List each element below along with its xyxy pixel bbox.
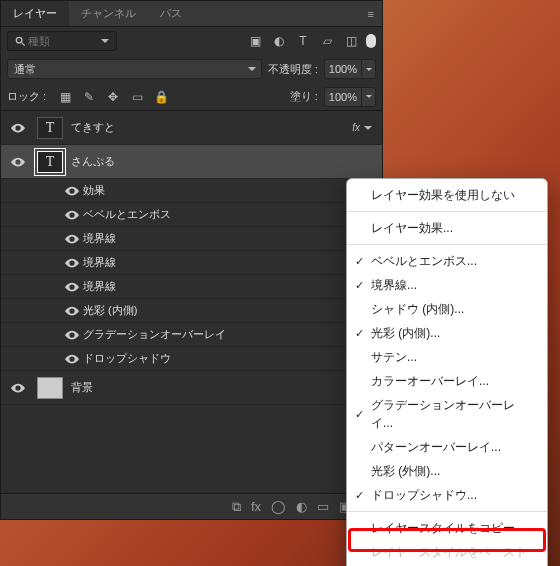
bg-layer-thumb (37, 377, 63, 399)
opacity-label: 不透明度 : (268, 62, 318, 77)
effect-row[interactable]: グラデーションオーバーレイ (1, 323, 382, 347)
search-box[interactable] (7, 31, 117, 51)
layers-list: T てきすと fx T さんぷる 効果 ベベルとエンボス 境界線 境界線 境界線… (1, 111, 382, 493)
lock-paint-icon[interactable]: ✎ (80, 88, 98, 106)
mask-icon[interactable]: ◯ (271, 499, 286, 514)
lock-transparency-icon[interactable]: ▦ (56, 88, 74, 106)
tab-channels[interactable]: チャンネル (69, 1, 148, 26)
filter-type-icon[interactable]: T (294, 32, 312, 50)
filter-row: ▣ ◐ T ▱ ◫ (1, 27, 382, 55)
menu-inner-glow[interactable]: 光彩 (内側)... (347, 321, 547, 345)
menu-separator (347, 244, 547, 245)
lock-position-icon[interactable]: ✥ (104, 88, 122, 106)
menu-separator (347, 511, 547, 512)
effect-label: 効果 (83, 183, 376, 198)
chevron-down-icon[interactable] (101, 35, 110, 47)
panel-footer: ⧉ fx ◯ ◐ ▭ ▣ 🗑 (1, 493, 382, 519)
effect-row[interactable]: ドロップシャドウ (1, 347, 382, 371)
lock-artboard-icon[interactable]: ▭ (128, 88, 146, 106)
eye-icon[interactable] (61, 210, 83, 220)
menu-color-overlay[interactable]: カラーオーバーレイ... (347, 369, 547, 393)
menu-paste-style: レイヤースタイルをペースト (347, 540, 547, 564)
menu-separator (347, 211, 547, 212)
effect-label: 境界線 (83, 279, 376, 294)
filter-toggle-icon[interactable] (366, 34, 376, 48)
chevron-down-icon[interactable] (364, 122, 376, 134)
layer-row[interactable]: T さんぷる (1, 145, 382, 179)
effect-row[interactable]: 効果 (1, 179, 382, 203)
eye-icon[interactable] (7, 383, 29, 393)
eye-icon[interactable] (61, 282, 83, 292)
opacity-field[interactable]: 100% (324, 59, 376, 79)
lock-row: ロック : ▦ ✎ ✥ ▭ 🔒 塗り : 100% (1, 83, 382, 111)
menu-inner-shadow[interactable]: シャドウ (内側)... (347, 297, 547, 321)
lock-all-icon[interactable]: 🔒 (152, 88, 170, 106)
link-icon[interactable]: ⧉ (232, 499, 241, 515)
folder-icon[interactable]: ▭ (317, 499, 329, 514)
eye-icon[interactable] (61, 354, 83, 364)
filter-image-icon[interactable]: ▣ (246, 32, 264, 50)
fx-menu-icon[interactable]: fx (251, 499, 261, 514)
layer-row[interactable]: 背景 (1, 371, 382, 405)
effect-label: 境界線 (83, 255, 376, 270)
search-input[interactable] (28, 35, 101, 47)
effect-row[interactable]: ベベルとエンボス (1, 203, 382, 227)
filter-shape-icon[interactable]: ▱ (318, 32, 336, 50)
layer-row[interactable]: T てきすと fx (1, 111, 382, 145)
menu-satin[interactable]: サテン... (347, 345, 547, 369)
fx-badge[interactable]: fx (352, 122, 360, 133)
effect-row[interactable]: 境界線 (1, 227, 382, 251)
filter-adjust-icon[interactable]: ◐ (270, 32, 288, 50)
eye-icon[interactable] (61, 330, 83, 340)
eye-icon[interactable] (61, 234, 83, 244)
panel-tabs: レイヤー チャンネル パス ≡ (1, 1, 382, 27)
effect-row[interactable]: 光彩 (内側) (1, 299, 382, 323)
effect-label: 光彩 (内側) (83, 303, 376, 318)
blend-mode-select[interactable]: 通常 (7, 59, 262, 79)
eye-icon[interactable] (7, 157, 29, 167)
panel-menu-icon[interactable]: ≡ (360, 8, 382, 20)
effect-row[interactable]: 境界線 (1, 275, 382, 299)
fill-label: 塗り : (290, 89, 318, 104)
type-layer-thumb: T (37, 151, 63, 173)
layers-panel: レイヤー チャンネル パス ≡ ▣ ◐ T ▱ ◫ 通常 不透明度 : 100%… (0, 0, 383, 520)
eye-icon[interactable] (61, 258, 83, 268)
tab-layers[interactable]: レイヤー (1, 1, 69, 26)
menu-drop-shadow[interactable]: ドロップシャドウ... (347, 483, 547, 507)
eye-icon[interactable] (61, 186, 83, 196)
menu-copy-style[interactable]: レイヤースタイルをコピー (347, 516, 547, 540)
eye-icon[interactable] (61, 306, 83, 316)
adjust-icon[interactable]: ◐ (296, 499, 307, 514)
layer-name: てきすと (71, 120, 352, 135)
blend-row: 通常 不透明度 : 100% (1, 55, 382, 83)
search-icon (14, 32, 28, 50)
fill-field[interactable]: 100% (324, 87, 376, 107)
effect-label: グラデーションオーバーレイ (83, 327, 376, 342)
menu-layer-effects[interactable]: レイヤー効果... (347, 216, 547, 240)
effect-label: ベベルとエンボス (83, 207, 376, 222)
menu-bevel[interactable]: ベベルとエンボス... (347, 249, 547, 273)
menu-pattern-overlay[interactable]: パターンオーバーレイ... (347, 435, 547, 459)
layer-name: さんぷる (71, 154, 376, 169)
lock-label: ロック : (7, 89, 46, 104)
fx-context-menu: レイヤー効果を使用しない レイヤー効果... ベベルとエンボス... 境界線..… (346, 178, 548, 566)
effect-label: 境界線 (83, 231, 376, 246)
menu-disable-effects[interactable]: レイヤー効果を使用しない (347, 183, 547, 207)
effect-label: ドロップシャドウ (83, 351, 376, 366)
type-layer-thumb: T (37, 117, 63, 139)
menu-stroke[interactable]: 境界線... (347, 273, 547, 297)
eye-icon[interactable] (7, 123, 29, 133)
menu-gradient-overlay[interactable]: グラデーションオーバーレイ... (347, 393, 547, 435)
filter-smart-icon[interactable]: ◫ (342, 32, 360, 50)
tab-paths[interactable]: パス (148, 1, 194, 26)
menu-outer-glow[interactable]: 光彩 (外側)... (347, 459, 547, 483)
layer-name: 背景 (71, 380, 376, 395)
effect-row[interactable]: 境界線 (1, 251, 382, 275)
